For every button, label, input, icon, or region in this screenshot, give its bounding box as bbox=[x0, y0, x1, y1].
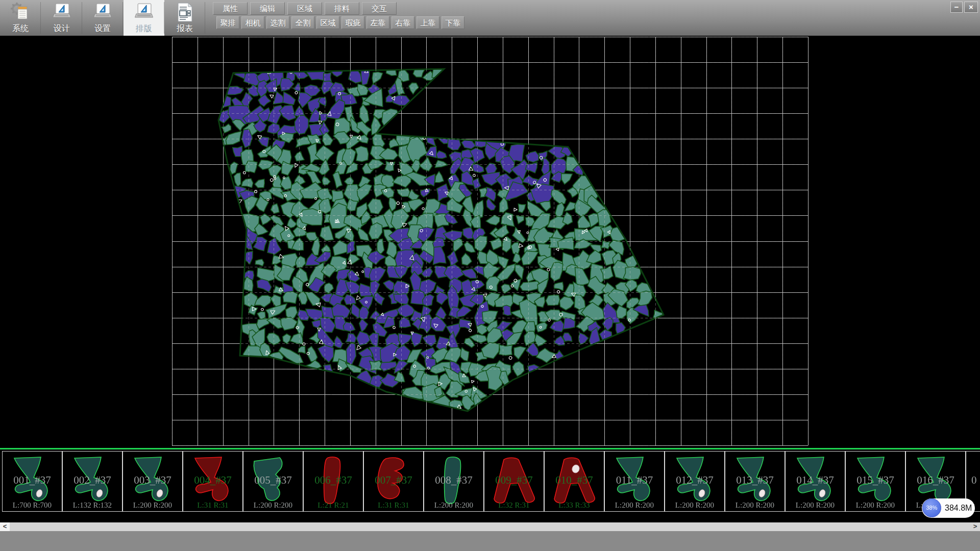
memory-value: 384.8M bbox=[945, 498, 972, 518]
application-window: 系统设计设置排版报表属性编辑区域排料交互聚排相机选割全割区域瑕疵左靠右靠上靠下靠… bbox=[0, 0, 980, 551]
menu-button-区域[interactable]: 区域 bbox=[287, 2, 322, 15]
part-id-label: 010_#37 bbox=[545, 474, 604, 487]
parts-strip-accent-line bbox=[0, 448, 980, 449]
main-tab-报表[interactable]: 报表 bbox=[164, 0, 205, 36]
main-tab-系统[interactable]: 系统 bbox=[0, 0, 41, 36]
part-cell-014_#37[interactable]: 014_#37L:200 R:200 bbox=[785, 451, 845, 512]
main-tab-label: 设计 bbox=[41, 23, 82, 34]
progress-percent-badge: 38% bbox=[922, 498, 941, 517]
toolbar: 系统设计设置排版报表属性编辑区域排料交互聚排相机选割全割区域瑕疵左靠右靠上靠下靠… bbox=[0, 0, 980, 36]
main-tab-设计[interactable]: 设计 bbox=[41, 0, 82, 36]
part-id-label: 014_#37 bbox=[786, 474, 845, 487]
menu-button-编辑[interactable]: 编辑 bbox=[250, 2, 285, 15]
separator bbox=[205, 2, 205, 34]
part-lr-count: L:700 R:700 bbox=[3, 501, 62, 510]
tool-button-上靠[interactable]: 上靠 bbox=[416, 16, 439, 29]
part-lr-count: L:132 R:132 bbox=[63, 501, 122, 510]
part-id-label: 007_#37 bbox=[364, 474, 423, 487]
close-button[interactable]: × bbox=[964, 2, 978, 13]
report-icon bbox=[175, 15, 195, 24]
part-id-label: 003_#37 bbox=[123, 474, 182, 487]
memory-status-badge: 38% 384.8M bbox=[922, 498, 975, 518]
part-cell-011_#37[interactable]: 011_#37L:200 R:200 bbox=[604, 451, 665, 512]
part-lr-count: L:21 R:21 bbox=[304, 501, 363, 510]
status-bar bbox=[0, 531, 980, 551]
main-tab-label: 设置 bbox=[82, 23, 123, 34]
horizontal-scrollbar[interactable]: < > bbox=[0, 522, 980, 531]
part-lr-count: L:31 R:31 bbox=[183, 501, 242, 510]
part-cell-005_#37[interactable]: 005_#37L:200 R:200 bbox=[243, 451, 303, 512]
part-id-label: 008_#37 bbox=[424, 474, 483, 487]
tool-button-右靠[interactable]: 右靠 bbox=[391, 16, 414, 29]
scroll-left-button[interactable]: < bbox=[0, 522, 10, 531]
part-lr-count: L:200 R:200 bbox=[123, 501, 182, 510]
part-cell-006_#37[interactable]: 006_#37L:21 R:21 bbox=[303, 451, 363, 512]
tool-button-聚排[interactable]: 聚排 bbox=[216, 16, 239, 29]
part-id-label: 015_#37 bbox=[846, 474, 905, 487]
part-cell-003_#37[interactable]: 003_#37L:200 R:200 bbox=[122, 451, 183, 512]
part-id-label: 012_#37 bbox=[665, 474, 724, 487]
part-id-label: 004_#37 bbox=[183, 474, 242, 487]
scroll-right-button[interactable]: > bbox=[970, 522, 980, 531]
part-id-label: 001_#37 bbox=[3, 474, 62, 487]
part-id-label: 011_#37 bbox=[605, 474, 664, 487]
tool-button-下靠[interactable]: 下靠 bbox=[442, 16, 464, 29]
part-lr-count: L:200 R:200 bbox=[243, 501, 303, 510]
part-cell-010_#37[interactable]: 010_#37L:33 R:33 bbox=[544, 451, 604, 512]
part-id-label: 006_#37 bbox=[304, 474, 363, 487]
part-cell-001_#37[interactable]: 001_#37L:700 R:700 bbox=[2, 451, 62, 512]
laptop-ruler-icon bbox=[134, 15, 154, 24]
main-tab-label: 报表 bbox=[164, 23, 205, 34]
part-lr-count: L:200 R:200 bbox=[665, 501, 724, 510]
tool-button-选割[interactable]: 选割 bbox=[266, 16, 289, 29]
part-lr-count: L:31 R:31 bbox=[364, 501, 423, 510]
tool-button-区域[interactable]: 区域 bbox=[316, 16, 339, 29]
part-cell-009_#37[interactable]: 009_#37L:32 R:31 bbox=[484, 451, 544, 512]
tool-button-全割[interactable]: 全割 bbox=[291, 16, 314, 29]
part-cell-012_#37[interactable]: 012_#37L:200 R:200 bbox=[665, 451, 725, 512]
part-cell-015_#37[interactable]: 015_#37L:200 R:200 bbox=[845, 451, 905, 512]
part-lr-count: L:200 R:200 bbox=[605, 501, 664, 510]
part-lr-count: L:200 R:200 bbox=[424, 501, 483, 510]
part-cell-004_#37[interactable]: 004_#37L:31 R:31 bbox=[183, 451, 243, 512]
main-tab-设置[interactable]: 设置 bbox=[82, 0, 123, 36]
main-tab-label: 系统 bbox=[0, 23, 41, 34]
part-lr-count: L:32 R:31 bbox=[484, 501, 544, 510]
part-lr-count: L:33 R:33 bbox=[545, 501, 604, 510]
part-id-label: 0 bbox=[971, 474, 980, 487]
menu-button-交互[interactable]: 交互 bbox=[362, 2, 397, 15]
part-id-label: 016_#37 bbox=[906, 474, 965, 487]
part-id-label: 009_#37 bbox=[484, 474, 544, 487]
part-lr-count: L:200 R:200 bbox=[725, 501, 785, 510]
tool-button-瑕疵[interactable]: 瑕疵 bbox=[341, 16, 364, 29]
part-cell-002_#37[interactable]: 002_#37L:132 R:132 bbox=[62, 451, 122, 512]
laptop-ruler-icon bbox=[52, 15, 72, 24]
nesting-workspace-canvas[interactable] bbox=[0, 36, 980, 449]
menu-button-属性[interactable]: 属性 bbox=[213, 2, 248, 15]
part-lr-count: L:200 R:200 bbox=[786, 501, 845, 510]
part-id-label: 013_#37 bbox=[725, 474, 785, 487]
minimize-button[interactable]: − bbox=[950, 2, 963, 13]
part-cell-007_#37[interactable]: 007_#37L:31 R:31 bbox=[363, 451, 424, 512]
laptop-ruler-icon bbox=[92, 15, 113, 24]
part-lr-count: L:200 R:200 bbox=[846, 501, 905, 510]
tool-button-左靠[interactable]: 左靠 bbox=[366, 16, 389, 29]
part-cell-013_#37[interactable]: 013_#37L:200 R:200 bbox=[725, 451, 785, 512]
tool-button-相机[interactable]: 相机 bbox=[241, 16, 264, 29]
gear-notepad-icon bbox=[10, 15, 31, 24]
main-tab-排版[interactable]: 排版 bbox=[124, 0, 164, 36]
part-id-label: 002_#37 bbox=[63, 474, 122, 487]
part-id-label: 005_#37 bbox=[243, 474, 303, 487]
menu-button-排料[interactable]: 排料 bbox=[325, 2, 359, 15]
main-tab-label: 排版 bbox=[124, 23, 164, 34]
part-cell-008_#37[interactable]: 008_#37L:200 R:200 bbox=[424, 451, 484, 512]
